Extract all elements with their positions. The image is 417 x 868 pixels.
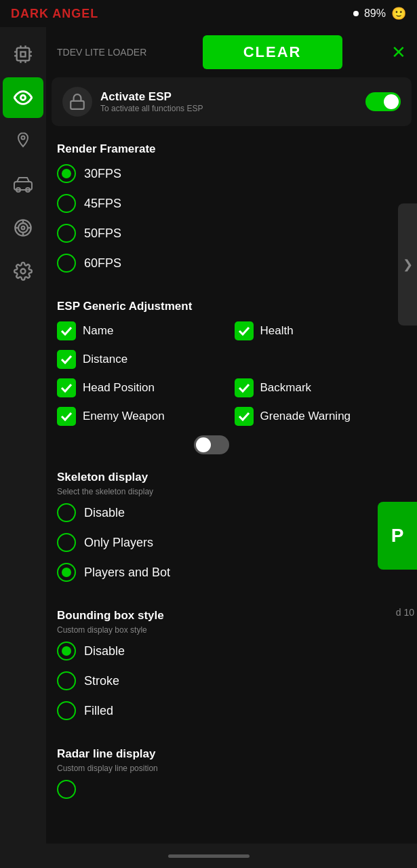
svg-point-10 [21,96,26,100]
grenade-toggle-container [57,435,229,454]
sidebar-item-location[interactable] [3,121,43,161]
fps-50-option[interactable]: 50FPS [57,224,406,243]
head-position-checkbox[interactable] [57,378,76,397]
fps-30-label: 30FPS [84,167,121,181]
backmark-checkbox[interactable] [235,378,254,397]
fps-60-label: 60FPS [84,256,121,271]
esp-generic-title: ESP Generic Adjustment [57,300,406,313]
skeleton-display-title: Skeleton display [57,471,406,484]
enemy-weapon-checkbox[interactable] [57,407,76,426]
head-position-checkbox-option[interactable]: Head Position [57,378,229,397]
header: TDEV LITE LOADER CLEAR ✕ [46,27,417,77]
fps-60-radio[interactable] [57,254,76,273]
grenade-warning-checkbox-option[interactable]: Grenade Warning [235,407,407,426]
svg-rect-23 [71,101,84,109]
skeleton-disable-radio[interactable] [57,503,76,522]
fps-30-radio[interactable] [57,164,76,183]
smiley-icon: 🙂 [391,6,406,21]
bbox-filled-label: Filled [84,704,113,718]
radar-option-partial[interactable] [57,780,406,799]
skeleton-only-players-option[interactable]: Only Players [57,533,406,552]
app-title: DARK ANGEL [11,7,98,21]
enemy-weapon-checkbox-option[interactable]: Enemy Weapon [57,407,229,426]
svg-rect-0 [17,48,30,61]
esp-generic-section: ESP Generic Adjustment Name Health [46,294,417,465]
radar-line-section: Radar line display Custom display line p… [46,742,417,821]
svg-point-11 [22,136,25,140]
health-checkbox[interactable] [235,321,254,340]
enemy-weapon-label: Enemy Weapon [83,410,165,423]
sidebar-item-settings[interactable] [3,251,43,292]
head-position-label: Head Position [83,381,155,395]
sidebar-item-target[interactable] [3,208,43,248]
render-framerate-title: Render Framerate [57,142,406,156]
side-panel[interactable]: ❯ [398,203,417,326]
svg-point-17 [22,226,25,230]
fps-50-label: 50FPS [84,226,121,241]
name-checkbox[interactable] [57,321,76,340]
radar-line-subtitle: Custom display line position [57,764,406,773]
radar-partial-radio[interactable] [57,780,76,799]
bbox-disable-label: Disable [84,644,125,658]
grenade-warning-checkbox[interactable] [235,407,254,426]
skeleton-only-players-label: Only Players [84,536,153,550]
skeleton-players-and-bot-radio[interactable] [57,563,76,582]
render-framerate-section: Render Framerate 30FPS 45FPS 50FPS 60FPS [46,137,417,294]
grenade-toggle[interactable] [194,435,229,454]
fps-50-radio[interactable] [57,224,76,243]
activate-esp-toggle[interactable] [365,92,401,111]
bbox-disable-radio[interactable] [57,642,76,660]
skeleton-disable-label: Disable [84,506,125,520]
skeleton-only-players-radio[interactable] [57,533,76,552]
bbox-disable-option[interactable]: Disable [57,642,406,660]
radar-line-title: Radar line display [57,747,406,761]
svg-rect-1 [21,52,26,57]
clear-button[interactable]: CLEAR [203,35,342,69]
p-button[interactable]: P [378,502,417,570]
distance-checkbox-option[interactable]: Distance [57,350,406,369]
bbox-stroke-option[interactable]: Stroke [57,671,406,690]
bottom-indicator [168,854,250,858]
health-checkbox-option[interactable]: Health [235,321,407,340]
activate-esp-title: Activate ESP [100,90,203,104]
fps-30-option[interactable]: 30FPS [57,164,406,183]
sidebar-item-eye[interactable] [3,77,43,118]
svg-point-16 [18,223,28,233]
sidebar-item-cpu[interactable] [3,34,43,75]
bbox-filled-option[interactable]: Filled [57,701,406,720]
sidebar [0,27,46,868]
grenade-warning-label: Grenade Warning [260,410,351,423]
distance-checkbox[interactable] [57,350,76,369]
status-bar: DARK ANGEL 89% 🙂 [0,0,417,27]
d10-label: d 10 [396,607,414,618]
bounding-box-section: Bounding box style Custom display box st… [46,604,417,742]
sidebar-item-car[interactable] [3,164,43,205]
skeleton-disable-option[interactable]: Disable [57,503,406,522]
side-panel-arrow-icon: ❯ [403,257,413,272]
fps-45-label: 45FPS [84,197,121,211]
skeleton-players-and-bot-label: Players and Bot [84,566,170,580]
name-checkbox-option[interactable]: Name [57,321,229,340]
status-right: 89% 🙂 [353,6,406,21]
fps-45-option[interactable]: 45FPS [57,194,406,213]
battery-percent: 89% [364,7,386,20]
activate-esp-description: To activate all functions ESP [100,104,203,113]
activate-esp-text: Activate ESP To activate all functions E… [100,90,203,113]
p-button-label: P [391,525,404,547]
bounding-box-title: Bounding box style [57,609,406,623]
bbox-stroke-radio[interactable] [57,671,76,690]
backmark-checkbox-option[interactable]: Backmark [235,378,407,397]
close-button[interactable]: ✕ [391,42,406,63]
skeleton-players-and-bot-option[interactable]: Players and Bot [57,563,406,582]
health-label: Health [260,324,294,338]
fps-45-radio[interactable] [57,194,76,213]
fps-60-option[interactable]: 60FPS [57,254,406,273]
svg-point-22 [21,269,26,274]
backmark-label: Backmark [260,381,312,395]
d10-badge: d 10 [396,607,414,618]
status-dot-icon [353,11,359,16]
bottom-bar [0,844,417,868]
esp-icon [62,87,92,117]
distance-label: Distance [83,353,127,366]
bbox-filled-radio[interactable] [57,701,76,720]
